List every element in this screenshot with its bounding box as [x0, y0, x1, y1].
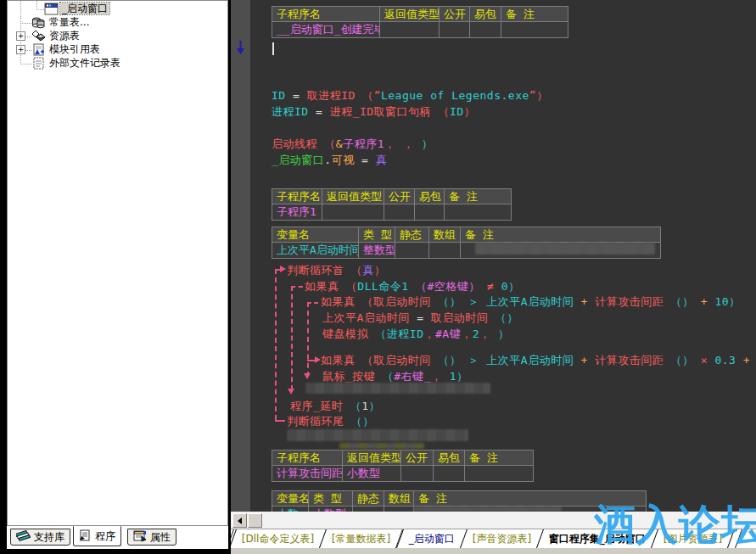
table-cell[interactable]: [434, 466, 465, 481]
table-cell[interactable]: __启动窗口_创建完毕: [272, 22, 380, 37]
flow-connector: [291, 286, 303, 288]
text-caret: [272, 42, 274, 55]
table-cell[interactable]: 计算攻击间距: [272, 466, 343, 481]
tree-item[interactable]: 常量表...: [8, 16, 227, 30]
code-token: ）: [729, 295, 741, 308]
sheet-tab[interactable]: [常量数据表]: [319, 529, 403, 548]
code-token: 取启动时间: [431, 311, 489, 324]
flow-arrow-right-icon: [280, 266, 286, 272]
sheet-tab[interactable]: _启动窗口: [396, 529, 468, 548]
code-token: ，: [384, 137, 396, 150]
code-token: ）: [368, 400, 380, 412]
code-line[interactable]: 如果真 （DLL命令1 （#空格键） ≠ 0）: [305, 280, 520, 293]
table-header-cell: 备 注: [501, 7, 568, 22]
code-line[interactable]: 如果真 （取启动时间 （） ＞ 上次平A启动时间 + 计算攻击间距 （） + 1…: [321, 295, 741, 308]
table-header-cell: 返回值类型: [322, 189, 384, 204]
table-header-cell: 类 型: [359, 227, 395, 243]
code-line[interactable]: 程序_延时 （1）: [290, 400, 380, 412]
table-header-cell: 子程序名: [272, 7, 380, 22]
code-token: 真: [376, 154, 388, 166]
table-header-cell: 易包: [434, 450, 465, 466]
table-header-cell: 子程序名: [272, 189, 322, 204]
code-editor[interactable]: 子程序名返回值类型公开易包备 注__启动窗口_创建完毕子程序名返回值类型公开易包…: [231, 0, 756, 512]
table-cell[interactable]: [322, 204, 384, 220]
left-tab-support-libs[interactable]: 支持库: [10, 529, 70, 546]
sheet-tab[interactable]: [Dll命令定义表]: [231, 529, 327, 548]
code-token: ，: [479, 327, 491, 340]
code-token: ≠: [480, 280, 501, 293]
tree-item[interactable]: +资源表: [8, 30, 227, 43]
table-cell[interactable]: 小数型: [343, 466, 401, 481]
table-cell[interactable]: [429, 243, 461, 258]
sheet-tab-bar: [Dll命令定义表][常量数据表]_启动窗口[声音资源表]窗口程序集_启动窗口[…: [231, 529, 756, 548]
code-line[interactable]: 上次平A启动时间 = 取启动时间 （）: [322, 311, 518, 324]
table-cell[interactable]: [501, 22, 568, 37]
table-cell[interactable]: [445, 204, 511, 220]
table-cell[interactable]: [470, 22, 501, 37]
flow-arrow-down-icon: [288, 389, 294, 395]
code-token: 上次平A启动时间: [486, 354, 574, 367]
left-tab-bar: 支持库程序属性: [7, 526, 228, 549]
table-header-cell: 易包: [470, 7, 501, 22]
table-cell[interactable]: [440, 22, 470, 37]
code-line[interactable]: 如果真 （取启动时间 （） ＞ 上次平A启动时间 + 计算攻击间距 （） × 0…: [321, 354, 756, 367]
code-token: 可视: [332, 154, 355, 166]
table-cell[interactable]: 上次平A启动时间: [272, 243, 359, 258]
tree-item[interactable]: 外部文件记录表: [8, 57, 227, 70]
code-line[interactable]: _启动窗口.可视 = 真: [272, 154, 387, 166]
table-cell[interactable]: [465, 466, 533, 481]
table-header-cell: 备 注: [465, 450, 533, 466]
code-token: ，: [395, 137, 414, 150]
code-token: &: [336, 137, 343, 150]
code-token: 如果真: [305, 280, 339, 293]
table-cell[interactable]: [415, 204, 445, 220]
code-token: 鼠标_按键: [322, 370, 375, 383]
tree-item[interactable]: +模块引用表: [8, 43, 227, 57]
code-line[interactable]: 启动线程 （&子程序1， ， ）: [272, 137, 433, 150]
table-cell[interactable]: [395, 243, 429, 258]
tree-item[interactable]: _启动窗口: [8, 3, 227, 16]
left-tab-label: 程序: [95, 529, 115, 544]
code-token: 判断循环尾: [287, 415, 344, 428]
sheet-tab[interactable]: [图片资源表]: [651, 529, 735, 548]
table-cell[interactable]: [401, 466, 434, 481]
left-tab-label: 属性: [150, 530, 171, 545]
left-tab-program[interactable]: 程序: [73, 526, 121, 546]
code-token: （: [343, 400, 361, 412]
flow-arrow-down-icon: [304, 373, 311, 379]
code-token: （: [368, 327, 387, 340]
code-token: ）: [508, 280, 520, 293]
sheet-tab[interactable]: 窗口程序集_启动窗口: [536, 529, 658, 548]
scroll-left-button[interactable]: [232, 513, 247, 528]
table-header-cell: 公开: [401, 450, 434, 466]
table-header-cell: 易包: [415, 189, 445, 204]
table-header-cell: 数组: [384, 491, 414, 506]
code-line[interactable]: 进程ID = 进程_ID取窗口句柄 （ID）: [272, 105, 475, 118]
code-token: 上次平A启动时间: [322, 311, 410, 324]
code-token: #空格键: [427, 280, 468, 293]
left-tab-properties[interactable]: 属性: [127, 529, 176, 546]
sheet-tab[interactable]: [声音资源表]: [460, 529, 544, 548]
table-cell[interactable]: 子程序1: [272, 204, 322, 220]
code-line[interactable]: ID = 取进程ID （“League of Legends.exe”）: [272, 89, 548, 102]
table-cell[interactable]: [384, 204, 415, 220]
sheet-tab-label: _启动窗口: [409, 532, 455, 546]
window-icon: [44, 3, 59, 15]
code-token: （: [356, 89, 374, 102]
code-line[interactable]: 判断循环尾 （）: [287, 415, 374, 428]
code-token: （）: [664, 354, 693, 367]
sheet-tab-label: [声音资源表]: [473, 532, 531, 546]
scrollbar-thumb[interactable]: [248, 513, 262, 528]
tree-expander[interactable]: +: [16, 31, 25, 41]
tree-expander[interactable]: +: [16, 45, 25, 54]
code-token: 进程ID: [272, 105, 309, 118]
code-token: （: [409, 280, 428, 293]
code-line[interactable]: 判断循环首 （真）: [287, 264, 385, 277]
table-cell[interactable]: 整数型: [359, 243, 395, 258]
code-line[interactable]: 鼠标_按键 （#右键_， 1）: [322, 370, 468, 383]
code-token: （: [356, 295, 374, 308]
table-cell[interactable]: [380, 22, 440, 37]
horizontal-scrollbar[interactable]: [231, 512, 756, 529]
sheet-tab-label: [常量数据表]: [332, 532, 390, 546]
code-line[interactable]: 键盘模拟 （进程ID，#A键，2， ）: [322, 327, 509, 340]
